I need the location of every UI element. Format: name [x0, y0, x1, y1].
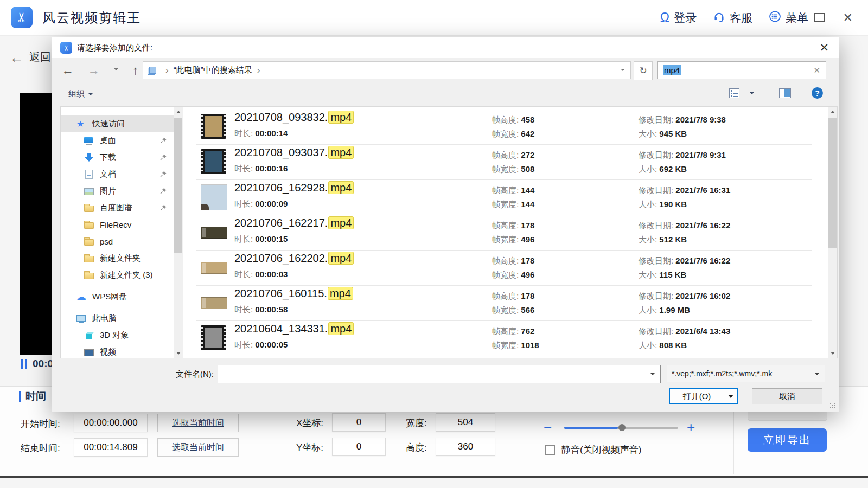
nav-back-icon[interactable]: ←: [62, 65, 74, 76]
sidebar-scrollbar[interactable]: [174, 107, 183, 358]
end-time-input[interactable]: 00:00:14.809: [74, 438, 148, 457]
dropdown-arrow-icon: [728, 395, 733, 401]
sidebar-item[interactable]: 文档: [61, 166, 174, 183]
x-coordinate-input[interactable]: 0: [332, 413, 386, 432]
volume-minus-button[interactable]: −: [544, 420, 552, 434]
filetype-select[interactable]: *.vep;*.mxf;*.m2ts;*.wmv;*.mk: [667, 365, 825, 382]
file-thumbnail: [201, 227, 227, 239]
open-button-label: 打开(O): [670, 391, 724, 402]
dialog-buttons: 打开(O) 取消: [52, 388, 839, 406]
sidebar-item[interactable]: FileRecv: [61, 216, 174, 233]
search-input[interactable]: mp4 ✕: [657, 61, 826, 79]
filename-dropdown-icon[interactable]: [650, 373, 655, 378]
preview-pane-icon[interactable]: [779, 88, 791, 98]
sidebar-item[interactable]: 桌面: [61, 132, 174, 149]
back-label: 返回: [29, 50, 51, 65]
minimize-icon[interactable]: [787, 17, 796, 18]
nav-history-chevron-icon[interactable]: [114, 68, 118, 73]
file-thumbnail: [201, 297, 227, 309]
breadcrumb[interactable]: › “此电脑”中的搜索结果 ›: [143, 61, 631, 79]
file-frame-info: 帧高度: 458 帧宽度: 642: [492, 113, 534, 141]
customer-service-button[interactable]: 客服: [713, 10, 752, 25]
login-button[interactable]: Ω 登录: [660, 10, 697, 25]
volume-slider-handle[interactable]: [618, 424, 626, 431]
help-button[interactable]: ?: [812, 87, 823, 99]
address-dropdown-icon[interactable]: [621, 69, 625, 73]
sidebar-item[interactable]: WPS网盘: [61, 288, 174, 305]
search-match-highlight: mp4: [328, 287, 353, 300]
scroll-down-icon[interactable]: [174, 349, 183, 358]
width-input[interactable]: 504: [436, 413, 495, 432]
filename-label: 文件名(N):: [165, 369, 214, 380]
open-button[interactable]: 打开(O): [669, 388, 738, 404]
pause-icon[interactable]: [21, 359, 27, 369]
height-input[interactable]: 360: [436, 438, 495, 456]
sidebar-item[interactable]: 3D 对象: [61, 327, 174, 344]
file-name: 20210708_093832.mp4: [234, 111, 354, 124]
start-time-input[interactable]: 00:00:00.000: [74, 414, 148, 432]
scrollbar-thumb[interactable]: [174, 118, 182, 253]
dialog-close-icon[interactable]: ✕: [819, 41, 829, 54]
filename-input[interactable]: [218, 365, 661, 383]
sidebar-item[interactable]: 新建文件夹: [61, 250, 174, 267]
mute-checkbox[interactable]: [545, 445, 555, 455]
file-row[interactable]: 20210708_093037.mp4 时长: 00:00:16 帧高度: 27…: [188, 144, 828, 179]
nav-up-icon[interactable]: ↑: [132, 65, 138, 76]
file-modified-size: 修改日期: 2021/7/6 16:22 大小: 512 KB: [639, 219, 730, 247]
file-modified-size: 修改日期: 2021/7/6 16:31 大小: 190 KB: [639, 183, 730, 211]
file-thumbnail: [201, 114, 226, 139]
y-coordinate-input[interactable]: 0: [332, 438, 386, 456]
export-button[interactable]: 立即导出: [748, 428, 827, 452]
mute-option[interactable]: 静音(关闭视频声音): [545, 444, 641, 456]
organize-dropdown-icon: [88, 93, 93, 98]
resize-grip[interactable]: [830, 403, 837, 409]
sidebar-item[interactable]: 下载: [61, 149, 174, 166]
sidebar-item[interactable]: 视频: [61, 344, 174, 358]
volume-slider-fill: [564, 427, 618, 429]
file-name: 20210604_134331.mp4: [234, 323, 354, 335]
sidebar-item-icon: [84, 220, 94, 230]
scroll-down-icon[interactable]: [828, 349, 837, 358]
volume-plus-button[interactable]: +: [687, 420, 695, 434]
view-mode-icon[interactable]: [729, 88, 739, 98]
scroll-up-icon[interactable]: [828, 107, 837, 116]
dialog-titlebar: ✂ 请选择要添加的文件: ✕: [52, 37, 839, 58]
refresh-button[interactable]: ↻: [634, 61, 653, 80]
file-row[interactable]: 20210708_093832.mp4 时长: 00:00:14 帧高度: 45…: [188, 109, 828, 144]
file-row[interactable]: 20210706_162928.mp4 时长: 00:00:09 帧高度: 14…: [188, 179, 828, 215]
file-row[interactable]: 20210706_162217.mp4 时长: 00:00:15 帧高度: 17…: [188, 215, 828, 250]
file-row[interactable]: 20210604_134331.mp4 时长: 00:00:05 帧高度: 76…: [188, 320, 828, 356]
scrollbar-thumb[interactable]: [828, 118, 837, 248]
file-row[interactable]: 20210706_160115.mp4 时长: 00:00:58 帧高度: 17…: [188, 285, 828, 320]
file-row[interactable]: 20210706_162202.mp4 时长: 00:00:03 帧高度: 17…: [188, 250, 828, 285]
sidebar-item[interactable]: 图片: [61, 183, 174, 200]
cancel-button[interactable]: 取消: [752, 388, 822, 404]
sidebar-item[interactable]: 快速访问: [61, 115, 174, 132]
location-icon: [148, 67, 156, 74]
sidebar-item-label: 图片: [100, 186, 116, 196]
sidebar-item-label: FileRecv: [100, 220, 131, 229]
search-clear-icon[interactable]: ✕: [813, 66, 820, 75]
pick-end-time-button[interactable]: 选取当前时间: [157, 438, 239, 457]
sidebar-item[interactable]: 此电脑: [61, 310, 174, 327]
volume-slider[interactable]: [564, 427, 678, 429]
organize-button[interactable]: 组织: [68, 89, 93, 99]
breadcrumb-location[interactable]: “此电脑”中的搜索结果: [174, 65, 252, 75]
sidebar-item[interactable]: 新建文件夹 (3): [61, 267, 174, 284]
view-mode-dropdown-icon[interactable]: [749, 92, 755, 97]
file-list-scrollbar[interactable]: [828, 107, 837, 358]
open-split-dropdown[interactable]: [724, 389, 737, 403]
file-duration: 时长: 00:00:05: [234, 340, 288, 350]
maximize-icon[interactable]: [814, 13, 825, 22]
sidebar-item-icon: [84, 152, 94, 163]
address-bar: ← → ↑ › “此电脑”中的搜索结果 › ↻ mp4 ✕: [52, 61, 839, 80]
sidebar-item[interactable]: psd: [61, 233, 174, 250]
close-icon[interactable]: ✕: [843, 12, 853, 24]
pick-start-time-button[interactable]: 选取当前时间: [157, 414, 239, 432]
scroll-up-icon[interactable]: [174, 107, 183, 116]
sidebar-item[interactable]: 百度图谱: [61, 200, 174, 216]
nav-forward-icon[interactable]: →: [88, 65, 100, 76]
back-button[interactable]: ← 返回: [10, 50, 51, 65]
search-match-highlight: mp4: [328, 252, 354, 265]
section-accent-bar: [19, 391, 21, 402]
